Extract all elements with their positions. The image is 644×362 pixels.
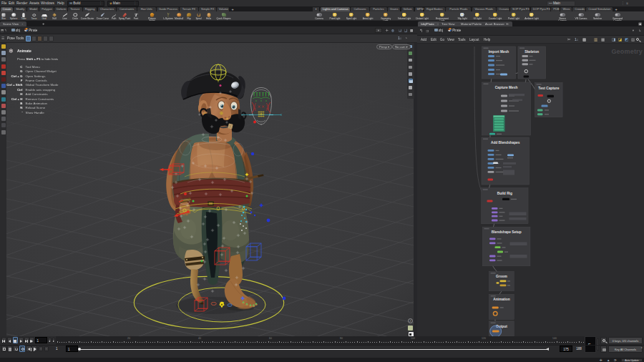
- svg-text:Capture Mesh: Capture Mesh: [495, 86, 518, 89]
- svg-text:Blendshape Setup: Blendshape Setup: [492, 230, 522, 234]
- svg-text:Build Rig: Build Rig: [497, 192, 512, 195]
- svg-text:Skeleton: Skeleton: [525, 50, 539, 54]
- svg-text:Groom: Groom: [496, 275, 507, 278]
- svg-text:Test Capture: Test Capture: [538, 87, 559, 90]
- svg-text:Import Mesh: Import Mesh: [489, 50, 509, 54]
- svg-text:Animation: Animation: [493, 298, 510, 301]
- svg-text:Add Blendshapes: Add Blendshapes: [491, 141, 520, 145]
